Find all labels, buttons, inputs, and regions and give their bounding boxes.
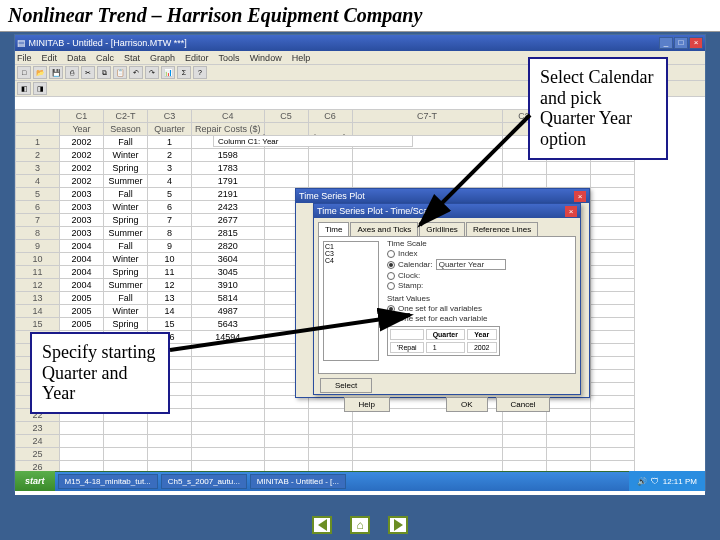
list-item[interactable]: C4 (325, 257, 377, 264)
start-values-table[interactable]: QuarterYear 'Repai12002 (387, 326, 500, 356)
menu-stat[interactable]: Stat (124, 53, 140, 63)
toolbar-new-icon[interactable]: □ (17, 66, 31, 79)
menu-window[interactable]: Window (250, 53, 282, 63)
tab-reference[interactable]: Reference Lines (466, 222, 538, 236)
toolbar-paste-icon[interactable]: 📋 (113, 66, 127, 79)
radio-one-all-label: One set for all variables (398, 304, 482, 313)
calendar-select[interactable]: Quarter Year (436, 259, 506, 270)
tray-icon[interactable]: 🛡 (651, 477, 659, 486)
callout-calendar: Select Calendar and pick Quarter Year op… (528, 57, 668, 160)
toolbar-stat-icon[interactable]: Σ (177, 66, 191, 79)
radio-clock[interactable] (387, 272, 395, 280)
dialog-tabs: Time Axes and Ticks Gridlines Reference … (318, 222, 576, 236)
app-icon: ▤ (17, 38, 26, 48)
list-item[interactable]: C1 (325, 243, 377, 250)
clock: 12:11 PM (663, 477, 697, 486)
tab-gridlines[interactable]: Gridlines (419, 222, 465, 236)
help-button[interactable]: Help (344, 397, 390, 412)
select-button[interactable]: Select (320, 378, 372, 393)
column-listbox[interactable]: C1 C3 C4 (323, 241, 379, 361)
toolbar-graph-icon[interactable]: 📊 (161, 66, 175, 79)
menu-edit[interactable]: Edit (42, 53, 58, 63)
radio-one-each[interactable] (387, 315, 395, 323)
toolbar-save-icon[interactable]: 💾 (49, 66, 63, 79)
column-annotation: Column C1: Year (213, 135, 413, 147)
time-scale-group: Time Scale Index Calendar: Quarter Year … (387, 239, 575, 358)
tray-icon[interactable]: 🔊 (637, 477, 647, 486)
start-button[interactable]: start (15, 471, 55, 491)
slide-title: Nonlinear Trend – Harrison Equipment Com… (0, 0, 720, 32)
toolbar-print-icon[interactable]: ⎙ (65, 66, 79, 79)
nav-prev-icon[interactable] (312, 516, 332, 534)
timescale-label: Time Scale (387, 239, 575, 248)
taskbar: start M15_4-18_minitab_tut... Ch5_s_2007… (15, 471, 705, 491)
menu-help[interactable]: Help (292, 53, 311, 63)
menu-tools[interactable]: Tools (219, 53, 240, 63)
radio-calendar[interactable] (387, 261, 395, 269)
menu-data[interactable]: Data (67, 53, 86, 63)
radio-calendar-label: Calendar: (398, 260, 433, 269)
radio-index[interactable] (387, 250, 395, 258)
task-item[interactable]: M15_4-18_minitab_tut... (58, 474, 158, 489)
tab-axes[interactable]: Axes and Ticks (350, 222, 418, 236)
list-item[interactable]: C3 (325, 250, 377, 257)
titlebar: ▤ MINITAB - Untitled - [Harrison.MTW ***… (15, 35, 705, 51)
nav-home-icon[interactable]: ⌂ (350, 516, 370, 534)
toolbar-open-icon[interactable]: 📂 (33, 66, 47, 79)
dialog-title: Time Series Plot (299, 191, 365, 201)
window-title: MINITAB - Untitled - [Harrison.MTW ***] (29, 38, 187, 48)
dialog-title: Time Series Plot - Time/Scale (317, 206, 435, 216)
ok-button[interactable]: OK (446, 397, 488, 412)
sv-quarter-input[interactable]: 1 (426, 342, 465, 353)
toolbar2-btn[interactable]: ◧ (17, 82, 31, 95)
dialog-close-icon[interactable]: × (565, 206, 577, 217)
nav-next-icon[interactable] (388, 516, 408, 534)
radio-one-all[interactable] (387, 305, 395, 313)
radio-index-label: Index (398, 249, 418, 258)
time-scale-dialog: Time Series Plot - Time/Scale× Time Axes… (313, 203, 581, 395)
close-button[interactable]: × (689, 37, 703, 49)
dialog-body: C1 C3 C4 Time Scale Index Calendar: Quar… (318, 236, 576, 374)
toolbar-help-icon[interactable]: ? (193, 66, 207, 79)
task-item[interactable]: MINITAB - Untitled - [... (250, 474, 346, 489)
radio-stamp-label: Stamp: (398, 281, 423, 290)
menu-file[interactable]: File (17, 53, 32, 63)
task-item[interactable]: Ch5_s_2007_autu... (161, 474, 247, 489)
toolbar-copy-icon[interactable]: ⧉ (97, 66, 111, 79)
dialog-close-icon[interactable]: × (574, 191, 586, 202)
sv-header-y: Year (467, 329, 497, 340)
toolbar2-btn[interactable]: ◨ (33, 82, 47, 95)
radio-stamp[interactable] (387, 282, 395, 290)
sv-year-input[interactable]: 2002 (467, 342, 497, 353)
menu-graph[interactable]: Graph (150, 53, 175, 63)
radio-one-each-label: One set for each variable (398, 314, 487, 323)
toolbar-redo-icon[interactable]: ↷ (145, 66, 159, 79)
radio-clock-label: Clock: (398, 271, 420, 280)
maximize-button[interactable]: □ (674, 37, 688, 49)
system-tray[interactable]: 🔊 🛡 12:11 PM (629, 471, 705, 491)
cancel-button[interactable]: Cancel (496, 397, 551, 412)
sv-header-q: Quarter (426, 329, 465, 340)
toolbar-undo-icon[interactable]: ↶ (129, 66, 143, 79)
minimize-button[interactable]: _ (659, 37, 673, 49)
sv-row-label: 'Repai (390, 342, 424, 353)
callout-startvals: Specify starting Quarter and Year (30, 332, 170, 414)
slide-nav: ⌂ (312, 516, 408, 534)
toolbar-cut-icon[interactable]: ✂ (81, 66, 95, 79)
menu-editor[interactable]: Editor (185, 53, 209, 63)
startvalues-label: Start Values (387, 294, 575, 303)
menu-calc[interactable]: Calc (96, 53, 114, 63)
tab-time[interactable]: Time (318, 222, 349, 236)
